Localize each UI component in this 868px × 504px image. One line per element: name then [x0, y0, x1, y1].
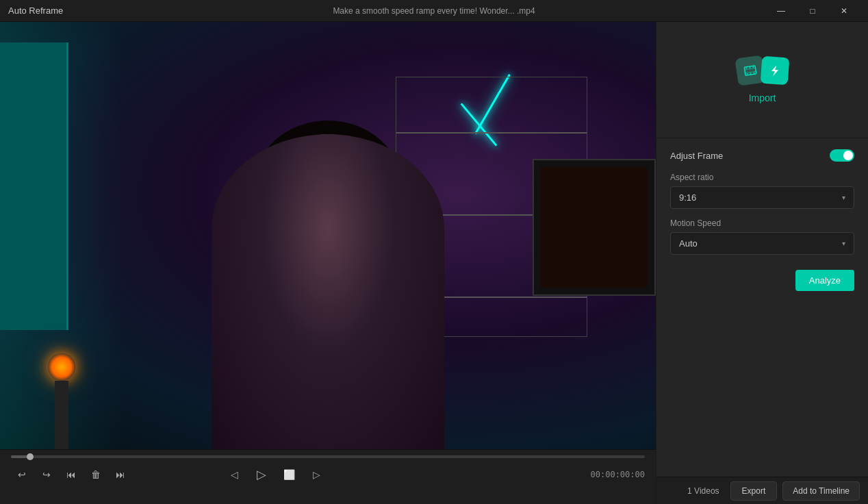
- motion-speed-label: Motion Speed: [670, 218, 854, 228]
- file-name: Make a smooth speed ramp every time! Won…: [333, 6, 535, 16]
- maximize-button[interactable]: □: [797, 0, 828, 22]
- bottom-bar: 1 Videos Export Add to Timeline: [656, 477, 868, 504]
- progress-knob[interactable]: [27, 453, 34, 460]
- monitor-element: [533, 159, 656, 296]
- controls-left-group: ↩ ↪ ⏮ 🗑 ⏭: [11, 464, 131, 486]
- lamp-base: [55, 381, 68, 449]
- controls-center-group: ◁ ▷ ⬜ ▷: [223, 464, 327, 486]
- adjust-frame-toggle[interactable]: [830, 149, 854, 162]
- chevron-down-icon: ▾: [842, 240, 845, 247]
- add-to-timeline-button[interactable]: Add to Timeline: [782, 481, 860, 501]
- close-button[interactable]: ✕: [828, 0, 860, 22]
- main-layout: ↩ ↪ ⏮ 🗑 ⏭ ◁ ▷ ⬜ ▷ 00:00:00:00: [0, 22, 868, 504]
- progress-bar-container[interactable]: [0, 450, 656, 461]
- import-icon-group: [737, 57, 789, 84]
- delete-button[interactable]: 🗑: [85, 464, 107, 486]
- skip-to-end-button[interactable]: ⏭: [110, 464, 131, 486]
- svg-marker-9: [771, 64, 778, 76]
- lightning-icon: [760, 55, 789, 85]
- skip-to-start-button[interactable]: ⏮: [60, 464, 82, 486]
- export-button[interactable]: Export: [730, 481, 778, 501]
- frame-back-button[interactable]: ◁: [223, 464, 245, 486]
- controls-row: ↩ ↪ ⏮ 🗑 ⏭ ◁ ▷ ⬜ ▷ 00:00:00:00: [0, 461, 656, 488]
- import-label: Import: [749, 92, 776, 103]
- frame-forward-button[interactable]: ▷: [305, 464, 327, 486]
- video-controls: ↩ ↪ ⏮ 🗑 ⏭ ◁ ▷ ⬜ ▷ 00:00:00:00: [0, 449, 656, 504]
- window-controls: — □ ✕: [765, 0, 860, 22]
- chevron-down-icon: ▾: [842, 194, 845, 201]
- lamp-glow: [48, 353, 75, 381]
- right-panel: Import Adjust Frame Aspect ratio 9:16 ▾ …: [656, 22, 868, 504]
- redo-button[interactable]: ↪: [36, 464, 58, 486]
- motion-speed-dropdown[interactable]: Auto ▾: [670, 232, 854, 255]
- video-area: [0, 22, 656, 449]
- video-panel: ↩ ↪ ⏮ 🗑 ⏭ ◁ ▷ ⬜ ▷ 00:00:00:00: [0, 22, 656, 504]
- door-element: [0, 42, 68, 330]
- import-area[interactable]: Import: [656, 22, 868, 138]
- floor-lamp: [41, 312, 82, 449]
- minimize-button[interactable]: —: [765, 0, 797, 22]
- analyze-button[interactable]: Analyze: [795, 270, 854, 291]
- person-body: [212, 134, 444, 449]
- videos-count: 1 Videos: [687, 486, 719, 496]
- video-scene: [0, 22, 656, 449]
- app-name: Auto Reframe: [8, 5, 63, 16]
- person-subject: [191, 121, 465, 449]
- progress-bar-track[interactable]: [11, 455, 645, 458]
- settings-section: Adjust Frame Aspect ratio 9:16 ▾ Motion …: [656, 138, 868, 477]
- motion-speed-value: Auto: [679, 238, 698, 249]
- time-display: 00:00:00:00: [591, 470, 645, 479]
- monitor-screen: [541, 167, 648, 288]
- play-button[interactable]: ▷: [251, 464, 272, 486]
- aspect-ratio-label: Aspect ratio: [670, 173, 854, 182]
- stop-button[interactable]: ⬜: [278, 464, 300, 486]
- aspect-ratio-value: 9:16: [679, 192, 696, 203]
- aspect-ratio-dropdown[interactable]: 9:16 ▾: [670, 186, 854, 209]
- title-bar: Auto Reframe Make a smooth speed ramp ev…: [0, 0, 868, 22]
- undo-button[interactable]: ↩: [11, 464, 33, 486]
- adjust-frame-label: Adjust Frame: [670, 151, 723, 161]
- adjust-frame-row: Adjust Frame: [670, 149, 854, 162]
